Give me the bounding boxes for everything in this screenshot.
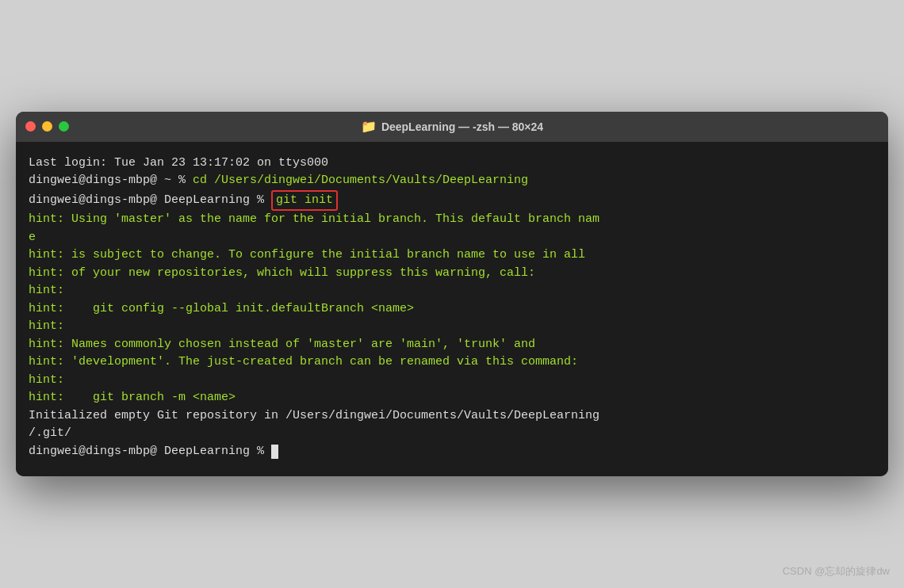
hint-line-1: hint: Using 'master' as the name for the… — [29, 211, 875, 229]
hint-line-9: hint: 'development'. The just-created br… — [29, 353, 875, 372]
last-login-line: Last login: Tue Jan 23 13:17:02 on ttys0… — [29, 155, 875, 173]
title-bar: 📁 DeepLearning — -zsh — 80×24 — [16, 112, 888, 142]
traffic-lights — [25, 121, 69, 132]
hint-line-10: hint: — [29, 372, 875, 390]
git-init-prompt: dingwei@dings-mbp@ DeepLearning % — [29, 192, 271, 210]
initialized-line-1: Initialized empty Git repository in /Use… — [29, 407, 875, 426]
maximize-button[interactable] — [59, 121, 69, 132]
hint-line-5: hint: — [29, 282, 875, 300]
hint-line-7: hint: — [29, 318, 875, 336]
folder-icon: 📁 — [361, 119, 377, 134]
hint-line-11: hint: git branch -m <name> — [29, 389, 875, 407]
close-button[interactable] — [25, 121, 36, 132]
git-init-command: git init — [271, 190, 338, 212]
watermark: CSDN @忘却的旋律dw — [783, 564, 890, 578]
terminal-body[interactable]: Last login: Tue Jan 23 13:17:02 on ttys0… — [16, 142, 888, 477]
initialized-line-2: /.git/ — [29, 425, 875, 443]
screenshot-wrapper: 📁 DeepLearning — -zsh — 80×24 Last login… — [0, 0, 904, 588]
hint-line-4: hint: of your new repositories, which wi… — [29, 265, 875, 283]
cd-command-line: dingwei@dings-mbp@ ~ % cd /Users/dingwei… — [29, 172, 875, 190]
git-init-command-line: dingwei@dings-mbp@ DeepLearning % git in… — [29, 190, 875, 212]
minimize-button[interactable] — [42, 121, 52, 132]
hint-line-8: hint: Names commonly chosen instead of '… — [29, 336, 875, 354]
cursor — [271, 445, 278, 459]
terminal-window: 📁 DeepLearning — -zsh — 80×24 Last login… — [16, 112, 888, 477]
hint-line-2: e — [29, 229, 875, 247]
window-title: 📁 DeepLearning — -zsh — 80×24 — [361, 119, 543, 134]
hint-line-3: hint: is subject to change. To configure… — [29, 246, 875, 265]
final-prompt-text: dingwei@dings-mbp@ DeepLearning % — [29, 443, 271, 461]
cd-command: cd /Users/dingwei/Documents/Vaults/DeepL… — [193, 172, 528, 190]
hint-line-6: hint: git config --global init.defaultBr… — [29, 300, 875, 319]
prompt-text: dingwei@dings-mbp@ ~ % — [29, 172, 193, 190]
final-prompt-line: dingwei@dings-mbp@ DeepLearning % — [29, 443, 875, 461]
